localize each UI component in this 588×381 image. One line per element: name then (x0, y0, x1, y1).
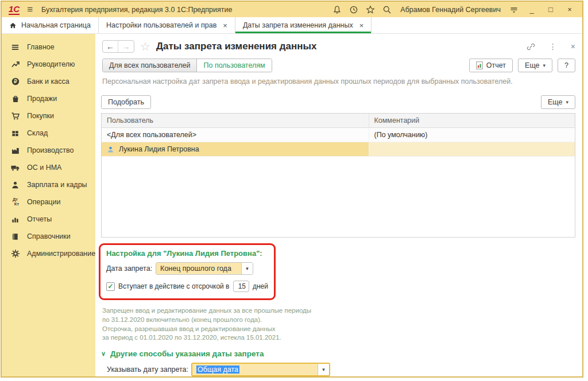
sidebar-item-administration[interactable]: Администрирование (2, 245, 95, 262)
prohibition-summary-text: Запрещен ввод и редактирование данных за… (102, 306, 582, 343)
sidebar-item-sales[interactable]: Продажи (2, 90, 95, 107)
hamburger-icon (10, 42, 20, 52)
sidebar-item-salary-hr[interactable]: Зарплата и кадры (2, 176, 95, 193)
nav-history-buttons: ← → (102, 40, 134, 53)
sidebar-item-directories[interactable]: Справочники (2, 228, 95, 245)
selected-text: Общая дата (196, 366, 239, 374)
table-row-all-users[interactable]: <Для всех пользователей> (По умолчанию) (102, 128, 575, 142)
more-button[interactable]: Еще ▾ (518, 59, 552, 72)
delay-row: ✓ Вступает в действие с отсрочкой в 15 д… (106, 281, 268, 292)
date-method-select[interactable]: Общая дата ▾ (191, 363, 330, 376)
minimize-button[interactable]: _ (525, 5, 539, 14)
prohibition-date-row: Дата запрета: Конец прошлого года ▾ (106, 262, 268, 275)
truck-icon (10, 163, 20, 173)
sidebar-item-fixed-assets[interactable]: ОС и НМА (2, 159, 95, 176)
toggle-all-users-button[interactable]: Для всех пользователей (103, 59, 197, 72)
sidebar-item-label: Зарплата и кадры (27, 181, 87, 189)
cell-comment (369, 142, 575, 156)
history-icon[interactable] (348, 4, 359, 15)
tab-label: Начальная страница (21, 21, 91, 29)
back-button[interactable]: ← (103, 41, 118, 52)
close-window-button[interactable]: × (563, 5, 577, 14)
sidebar: Главное Руководителю ₽ Банк и касса Прод… (2, 34, 95, 376)
favorites-star-icon[interactable] (365, 4, 376, 15)
sidebar-item-manager[interactable]: Руководителю (2, 56, 95, 73)
sidebar-item-operations[interactable]: Дт Кт Операции (2, 193, 95, 211)
delay-suffix: дней (253, 282, 268, 290)
prohibition-date-select[interactable]: Конец прошлого года ▾ (156, 262, 253, 275)
trend-arrow-icon (10, 60, 20, 69)
main-menu-icon[interactable]: ≡ (27, 4, 33, 15)
current-user-name[interactable]: Абрамов Геннадий Сергеевич (400, 6, 501, 14)
shopping-cart-icon (10, 111, 20, 121)
other-methods-title: Другие способы указания даты запрета (110, 349, 264, 358)
sidebar-item-label: Операции (27, 198, 60, 206)
tab-label: Настройки пользователей и прав (106, 21, 216, 29)
tab-label: Даты запрета изменения данных (243, 21, 353, 29)
get-link-icon[interactable] (527, 42, 535, 51)
sidebar-item-main[interactable]: Главное (2, 38, 95, 56)
user-mode-toggle: Для всех пользователей По пользователям (102, 59, 272, 72)
other-methods-section: ∨ Другие способы указания даты запрета У… (101, 349, 582, 376)
prohibition-date-label: Дата запрета: (106, 265, 152, 273)
tab-close-icon[interactable]: × (359, 22, 364, 29)
mode-toolbar: Для всех пользователей По пользователям … (95, 53, 582, 72)
tab-home[interactable]: Начальная страница (2, 17, 99, 33)
toggle-by-users-button[interactable]: По пользователям (197, 59, 271, 72)
sidebar-item-label: Администрирование (27, 250, 95, 258)
cell-comment: (По умолчанию) (369, 128, 575, 142)
user-icon (107, 146, 114, 153)
delay-label: Вступает в действие с отсрочкой в (118, 282, 230, 290)
date-method-value: Общая дата (192, 364, 318, 375)
column-header-user[interactable]: Пользователь (102, 114, 369, 127)
titlebar: 1С ≡ Бухгалтерия предприятия, редакция 3… (2, 2, 582, 17)
kebab-menu-icon[interactable]: ⋮ (549, 42, 557, 51)
sidebar-item-production[interactable]: Производство (2, 142, 95, 159)
delay-days-input[interactable]: 15 (233, 281, 249, 292)
search-icon[interactable] (381, 4, 393, 15)
sidebar-item-label: Отчеты (27, 215, 52, 223)
sidebar-item-bank-cash[interactable]: ₽ Банк и касса (2, 73, 95, 90)
maximize-button[interactable]: □ (544, 5, 558, 14)
sidebar-item-label: Производство (27, 146, 74, 154)
sidebar-item-label: Склад (27, 129, 48, 137)
bar-chart-icon (10, 215, 20, 224)
report-icon (476, 61, 483, 69)
help-button[interactable]: ? (558, 59, 575, 72)
dropdown-arrow-icon[interactable]: ▾ (241, 263, 253, 274)
content-panel: ← → ☆ Даты запрета изменения данных ⋮ × … (95, 34, 582, 376)
forward-button[interactable]: → (118, 41, 134, 52)
notifications-bell-icon[interactable] (331, 4, 343, 15)
person-icon (10, 180, 20, 190)
tab-data-prohibition-dates[interactable]: Даты запрета изменения данных × (235, 17, 372, 33)
cell-user: <Для всех пользователей> (102, 128, 369, 142)
sidebar-item-label: Продажи (27, 95, 57, 103)
tab-close-icon[interactable]: × (223, 22, 227, 29)
settings-heading: Настройка для "Лукина Лидия Петровна": (106, 249, 268, 258)
service-menu-icon[interactable] (508, 4, 520, 15)
close-form-icon[interactable]: × (571, 42, 575, 51)
summary-line: Отсрочка, разрешавшая ввод и редактирова… (102, 325, 582, 334)
ruble-circle-icon: ₽ (10, 77, 20, 87)
settings-annotation-box: Настройка для "Лукина Лидия Петровна": Д… (99, 243, 276, 300)
boxes-grid-icon (10, 129, 20, 138)
summary-line: Запрещен ввод и редактирование данных за… (102, 306, 582, 316)
table-row-lukina[interactable]: Лукина Лидия Петровна (102, 142, 575, 157)
add-to-favorites-star-icon[interactable]: ☆ (140, 40, 150, 53)
report-button[interactable]: Отчет (469, 59, 513, 72)
delay-checkbox[interactable]: ✓ (106, 282, 115, 291)
sidebar-item-reports[interactable]: Отчеты (2, 211, 95, 228)
pick-users-button[interactable]: Подобрать (101, 95, 151, 109)
dropdown-arrow-icon: ▾ (566, 99, 568, 105)
dropdown-arrow-icon: ▾ (543, 63, 546, 68)
table-more-button[interactable]: Еще ▾ (541, 95, 575, 109)
tab-user-rights-settings[interactable]: Настройки пользователей и прав × (99, 17, 235, 33)
sidebar-item-purchases[interactable]: Покупки (2, 107, 95, 125)
gear-icon (10, 249, 20, 259)
other-methods-header[interactable]: ∨ Другие способы указания даты запрета (101, 349, 582, 358)
factory-icon (10, 146, 20, 155)
svg-text:₽: ₽ (14, 79, 17, 84)
dropdown-arrow-icon[interactable]: ▾ (318, 364, 329, 375)
sidebar-item-warehouse[interactable]: Склад (2, 125, 95, 142)
column-header-comment[interactable]: Комментарий (369, 114, 575, 127)
